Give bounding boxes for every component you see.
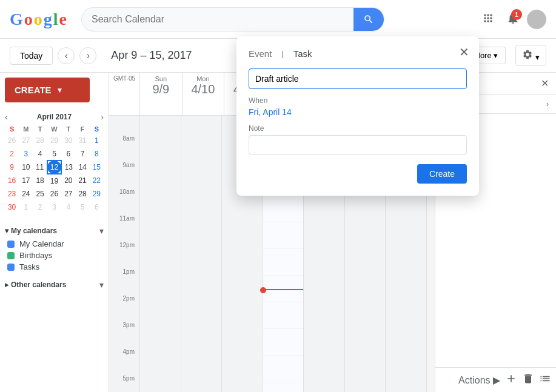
- tab-divider: |: [281, 49, 283, 58]
- popup-tabs: Event | Task: [249, 48, 467, 59]
- when-date[interactable]: Fri, April 14: [249, 107, 467, 117]
- task-tab[interactable]: Task: [293, 48, 312, 59]
- popup-overlay: Event | Task ✕ When Fri, April 14 Note C…: [0, 0, 556, 392]
- popup-close-button[interactable]: ✕: [459, 46, 469, 58]
- when-label: When: [249, 96, 467, 105]
- note-input[interactable]: [249, 135, 467, 154]
- event-tab[interactable]: Event: [249, 48, 272, 59]
- note-label: Note: [249, 124, 467, 133]
- task-title-input[interactable]: [249, 68, 467, 89]
- task-popup: Event | Task ✕ When Fri, April 14 Note C…: [236, 36, 479, 196]
- popup-create-button[interactable]: Create: [417, 164, 467, 184]
- popup-footer: Create: [249, 164, 467, 184]
